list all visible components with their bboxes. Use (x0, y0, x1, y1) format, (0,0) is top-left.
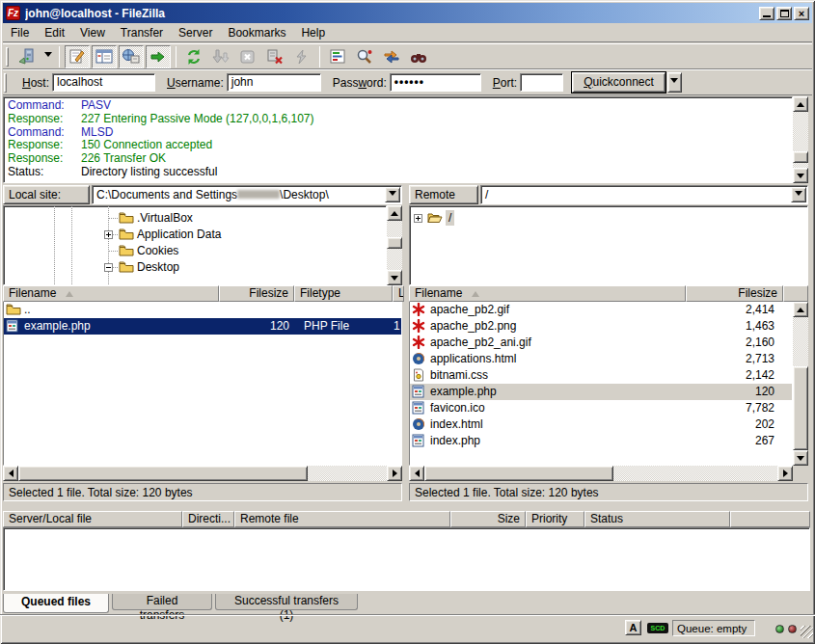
tab-queued-files[interactable]: Queued files (3, 594, 109, 613)
column-header-filetype[interactable]: Filetype (294, 285, 393, 302)
maximize-button[interactable] (776, 7, 792, 20)
menu-server[interactable]: Server (171, 24, 220, 42)
scroll-up-button[interactable] (793, 302, 808, 317)
close-button[interactable]: × (794, 7, 809, 20)
toggle-remote-tree-button[interactable] (119, 45, 144, 68)
toggle-transfer-queue-button[interactable] (146, 45, 171, 68)
find-files-button[interactable] (406, 45, 431, 68)
remote-file-list[interactable]: apache_pb2.gif2,414apache_pb2.png1,463ap… (409, 302, 793, 466)
file-row[interactable]: index.html202 (410, 416, 792, 433)
tree-item[interactable]: .VirtualBox (4, 210, 386, 227)
column-header-filesize[interactable]: Filesize (219, 285, 294, 302)
scroll-left-button[interactable] (3, 466, 18, 481)
tree-item-label[interactable]: / (446, 210, 454, 226)
title-bar[interactable]: Fz john@localhost - FileZilla × (3, 3, 812, 23)
scroll-down-button[interactable] (387, 270, 402, 285)
scroll-left-button[interactable] (409, 466, 424, 481)
tab-successful-transfers-1-[interactable]: Successful transfers (1) (215, 594, 358, 610)
refresh-button[interactable] (181, 45, 206, 68)
quickconnect-grip[interactable] (4, 73, 7, 93)
queue-column-size[interactable]: Size (450, 511, 526, 527)
tree-item-label[interactable]: Cookies (134, 243, 181, 258)
directory-comparison-button[interactable] (352, 45, 377, 68)
queue-column-directi-[interactable]: Directi... (182, 511, 234, 527)
local-directory-tree[interactable]: .VirtualBoxApplication DataCookiesDeskto… (3, 205, 387, 285)
menu-bookmarks[interactable]: Bookmarks (220, 24, 293, 42)
file-row[interactable]: .. (4, 302, 401, 318)
file-row[interactable]: example.php120PHP File1 (4, 318, 401, 335)
toggle-message-log-button[interactable] (65, 45, 90, 68)
scroll-up-button[interactable] (793, 96, 808, 112)
process-queue-button[interactable] (208, 45, 233, 68)
file-row[interactable]: index.php267 (410, 433, 792, 449)
local-file-list[interactable]: ..example.php120PHP File1 (3, 302, 402, 466)
disconnect-button[interactable] (262, 45, 287, 68)
file-row[interactable]: example.php120 (410, 384, 792, 400)
local-site-combo[interactable]: C:\Documents and Settings\Desktop\ (92, 185, 402, 204)
remote-list-hscrollbar[interactable] (409, 466, 793, 481)
queue-column-priority[interactable]: Priority (526, 511, 584, 527)
queue-column-status[interactable]: Status (584, 511, 730, 527)
tree-item-label[interactable]: .VirtualBox (134, 210, 196, 226)
column-header-filename[interactable]: Filename (3, 285, 219, 302)
site-manager-dropdown-button[interactable] (41, 46, 54, 67)
toolbar-grip[interactable] (6, 47, 9, 67)
scrollbar-thumb[interactable] (793, 151, 808, 163)
file-row[interactable]: applications.html2,713 (410, 351, 792, 367)
tree-item[interactable]: Desktop (4, 259, 386, 276)
site-manager-button[interactable] (14, 45, 40, 68)
file-row[interactable]: apache_pb2.png1,463 (410, 318, 792, 335)
toggle-local-tree-button[interactable] (92, 45, 117, 68)
expand-plus-icon[interactable] (414, 214, 422, 223)
cancel-button[interactable] (235, 45, 260, 68)
queue-column-remote-file[interactable]: Remote file (234, 511, 450, 527)
column-header-filename[interactable]: Filename (409, 285, 686, 302)
menu-edit[interactable]: Edit (37, 24, 72, 42)
file-row[interactable]: favicon.ico7,782 (410, 400, 792, 416)
local-combo-dropdown[interactable] (385, 187, 400, 202)
speed-limit-badge[interactable]: SCD (647, 623, 668, 633)
column-header-l[interactable]: L (393, 285, 404, 302)
scroll-right-button[interactable] (777, 466, 793, 481)
scroll-right-button[interactable] (387, 466, 402, 481)
menu-transfer[interactable]: Transfer (113, 24, 171, 42)
collapse-minus-icon[interactable] (104, 263, 113, 272)
tree-item[interactable]: Cookies (4, 243, 386, 259)
queue-column-server-local-file[interactable]: Server/Local file (3, 511, 182, 527)
tree-item[interactable]: Application Data (4, 227, 386, 243)
filter-button[interactable] (325, 45, 350, 68)
log-scrollbar[interactable] (793, 96, 808, 183)
menu-view[interactable]: View (72, 24, 113, 42)
quickconnect-button[interactable]: Quickconnect (572, 72, 666, 93)
minimize-button[interactable] (759, 7, 774, 20)
synchronized-browsing-button[interactable] (379, 45, 404, 68)
transfer-type-indicator[interactable]: A (625, 620, 641, 635)
local-list-hscrollbar[interactable] (3, 466, 402, 481)
tree-item[interactable]: / (410, 210, 807, 227)
scrollbar-thumb[interactable] (424, 466, 613, 481)
column-header-filesize[interactable]: Filesize (686, 285, 783, 302)
remote-site-combo[interactable]: / (480, 185, 808, 204)
host-input[interactable]: localhost (52, 73, 155, 92)
tree-item-label[interactable]: Application Data (134, 227, 224, 242)
scroll-up-button[interactable] (387, 205, 402, 221)
file-row[interactable]: bitnami.css2,142 (410, 367, 792, 384)
scroll-down-button[interactable] (793, 450, 808, 466)
password-input[interactable]: •••••• (390, 73, 481, 92)
menu-file[interactable]: File (3, 24, 37, 42)
scrollbar-thumb[interactable] (18, 466, 308, 481)
file-row[interactable]: apache_pb2.gif2,414 (410, 302, 792, 318)
menu-help[interactable]: Help (293, 24, 333, 42)
scroll-down-button[interactable] (793, 168, 808, 183)
tree-item-label[interactable]: Desktop (134, 259, 182, 275)
port-input[interactable] (520, 73, 563, 92)
local-tree-scrollbar[interactable] (387, 205, 402, 285)
tab-failed-transfers[interactable]: Failed transfers (112, 594, 212, 610)
scrollbar-thumb[interactable] (793, 366, 808, 450)
resize-grip[interactable] (801, 626, 813, 638)
file-row[interactable]: apache_pb2_ani.gif2,160 (410, 335, 792, 351)
remote-list-scrollbar[interactable] (793, 302, 808, 466)
username-input[interactable]: john (227, 73, 321, 92)
queue-body[interactable] (3, 527, 810, 591)
remote-combo-dropdown[interactable] (791, 187, 806, 202)
